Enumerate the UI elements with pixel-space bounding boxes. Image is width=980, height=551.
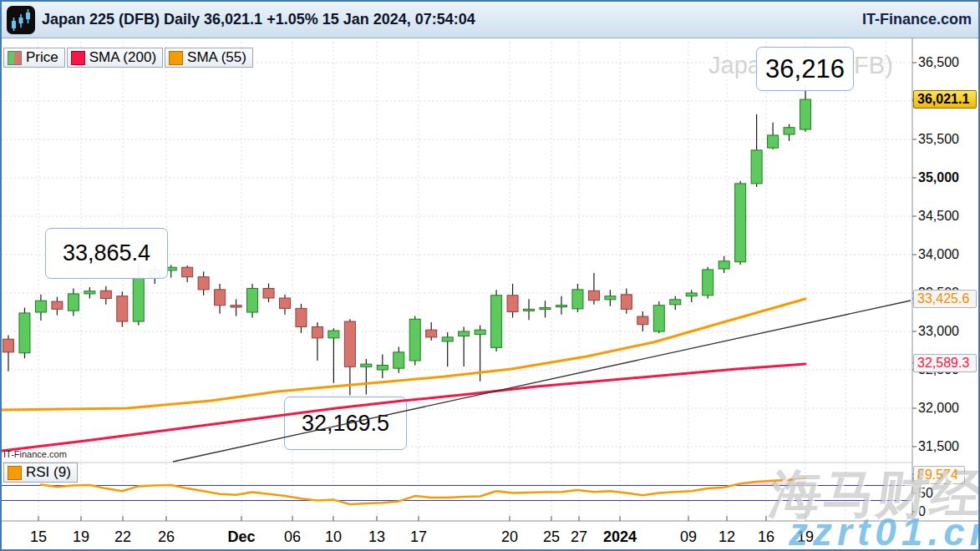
candle-body — [540, 307, 551, 309]
candle-body — [442, 337, 453, 341]
candle[interactable] — [507, 284, 518, 317]
annotation-text: 33,865.4 — [63, 240, 150, 266]
candle[interactable] — [703, 267, 713, 299]
candle-body — [377, 365, 388, 370]
price-swatch-icon — [8, 51, 22, 65]
candle[interactable] — [442, 332, 453, 366]
candle-body — [556, 306, 566, 307]
candle[interactable] — [751, 114, 762, 187]
legend-item-rsi[interactable]: RSI (9) — [3, 463, 78, 483]
candle[interactable] — [735, 181, 746, 265]
rsi-swatch-icon — [8, 466, 22, 480]
candle[interactable] — [459, 326, 470, 366]
corner-watermark: IT-Finance.com — [3, 449, 67, 459]
candle[interactable] — [556, 296, 566, 315]
candle[interactable] — [361, 359, 372, 394]
candle[interactable] — [377, 355, 388, 379]
candle-body — [117, 296, 128, 321]
candle[interactable] — [670, 296, 681, 311]
candle-body — [605, 296, 616, 300]
candle[interactable] — [409, 316, 420, 366]
candle[interactable] — [182, 265, 193, 282]
candle[interactable] — [653, 301, 664, 333]
candle[interactable] — [198, 271, 209, 296]
candle[interactable] — [84, 287, 95, 298]
candle[interactable] — [35, 295, 46, 321]
candle-body — [800, 99, 811, 129]
candle-body — [670, 300, 681, 305]
legend-label: SMA (200) — [89, 49, 156, 66]
candle-body — [637, 316, 648, 325]
legend-label: RSI (9) — [26, 464, 71, 481]
candle[interactable] — [621, 288, 632, 313]
candle-body — [588, 291, 599, 300]
candle[interactable] — [3, 336, 14, 372]
annotation-text: 32,169.5 — [302, 411, 389, 437]
candle-body — [784, 128, 795, 134]
app-logo-icon — [7, 6, 35, 34]
candle-body — [279, 298, 290, 308]
candle-body — [182, 267, 193, 276]
candle-body — [84, 291, 95, 294]
candle-body — [735, 184, 746, 262]
candle[interactable] — [19, 307, 30, 358]
candle[interactable] — [800, 84, 811, 132]
candle[interactable] — [718, 256, 729, 273]
candle[interactable] — [605, 290, 616, 306]
candle[interactable] — [328, 328, 339, 382]
candle[interactable] — [279, 295, 290, 315]
candle[interactable] — [491, 290, 502, 351]
candle[interactable] — [215, 284, 226, 314]
rsi-pane[interactable] — [2, 478, 912, 504]
legend-item-sma200[interactable]: SMA (200) — [67, 48, 163, 68]
candle-body — [247, 288, 258, 312]
legend-item-sma55[interactable]: SMA (55) — [165, 48, 253, 68]
candle-body — [35, 301, 46, 312]
candle[interactable] — [296, 304, 307, 333]
candle-body — [394, 352, 404, 368]
candle-body — [507, 296, 518, 312]
candle[interactable] — [52, 297, 63, 316]
candle-body — [768, 135, 779, 148]
candle[interactable] — [263, 283, 274, 302]
candle-body — [491, 296, 502, 348]
candle[interactable] — [394, 346, 404, 372]
candle-body — [68, 294, 79, 311]
candle[interactable] — [68, 288, 79, 316]
candle[interactable] — [524, 299, 535, 320]
candle[interactable] — [572, 284, 583, 312]
candle[interactable] — [588, 273, 599, 305]
sma55-swatch-icon — [169, 51, 183, 65]
annotation-text: 36,216 — [765, 54, 845, 84]
candle[interactable] — [686, 290, 697, 302]
candle[interactable] — [117, 291, 128, 326]
legend-item-price[interactable]: Price — [3, 48, 65, 68]
candle-body — [718, 261, 729, 269]
main-legend: Price SMA (200) SMA (55) — [3, 48, 253, 68]
price-annotation-low[interactable]: 32,169.5 — [284, 397, 407, 450]
candle-body — [344, 321, 355, 366]
brand-link[interactable]: IT-Finance.com — [862, 11, 972, 28]
price-annotation-peak[interactable]: 33,865.4 — [45, 228, 168, 279]
frame-lines — [2, 38, 980, 521]
candle-body — [312, 326, 322, 337]
candle[interactable] — [231, 299, 241, 316]
candle-body — [100, 291, 111, 298]
candle[interactable] — [768, 123, 779, 149]
candle[interactable] — [312, 322, 322, 361]
candle[interactable] — [540, 301, 551, 317]
price-annotation-high[interactable]: 36,216 — [756, 47, 854, 91]
candle[interactable] — [784, 124, 795, 141]
candle-body — [409, 319, 420, 361]
candle-body — [524, 309, 535, 311]
legend-label: Price — [26, 49, 58, 66]
candle-body — [296, 308, 307, 326]
candle[interactable] — [247, 284, 258, 317]
candle[interactable] — [426, 322, 437, 341]
candle-body — [686, 293, 697, 296]
candle-body — [198, 277, 209, 290]
candle[interactable] — [100, 286, 111, 305]
rsi-legend: RSI (9) — [3, 463, 78, 483]
header-bar: Japan 225 (DFB) Daily 36,021.1 +1.05% 15… — [2, 2, 978, 38]
candle[interactable] — [637, 311, 648, 331]
